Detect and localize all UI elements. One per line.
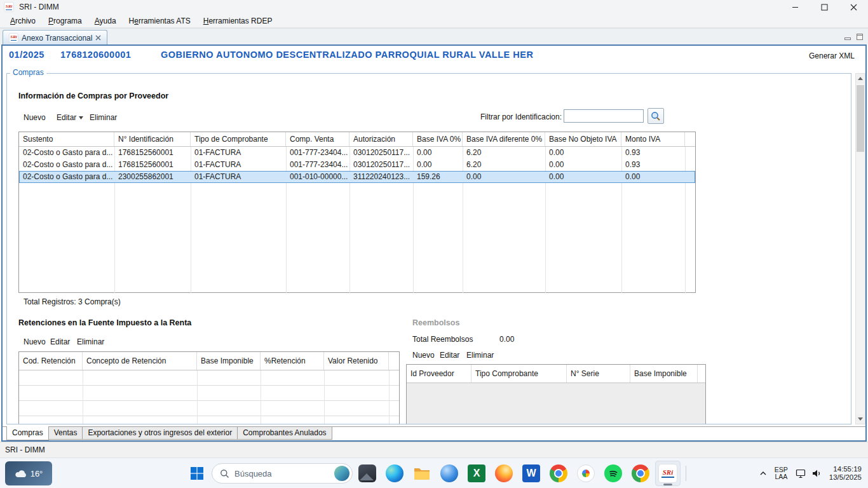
taskbar-center: Búsqueda X W SRi: [184, 461, 689, 486]
taskbar: 16° Búsqueda X W: [0, 458, 868, 488]
spotify-waves-icon: [607, 468, 619, 479]
reembolsos-eliminar-button[interactable]: Eliminar: [466, 351, 494, 360]
quick-settings[interactable]: [796, 468, 822, 478]
table-cell: 6.20: [463, 147, 545, 159]
page-scrollbar[interactable]: [855, 73, 865, 424]
taxpayer-name: GOBIERNO AUTONOMO DESCENTRALIZADO PARROQ…: [161, 50, 533, 60]
search-icon: [220, 469, 229, 478]
bottom-tab-compras[interactable]: Compras: [6, 426, 49, 440]
reembolsos-editar-button[interactable]: Editar: [440, 351, 459, 360]
tab-close-icon[interactable]: [95, 35, 101, 41]
column-header[interactable]: N° Serie: [567, 365, 630, 383]
table-cell: 030120250117...: [349, 159, 413, 171]
scrollbar-thumb[interactable]: [857, 85, 864, 152]
widgets-button[interactable]: 16°: [5, 461, 52, 485]
retenciones-table-body[interactable]: [19, 370, 399, 424]
tab-strip: SRi Anexo Transaccional: [0, 28, 868, 44]
window-icon: SRi: [4, 2, 14, 12]
column-header[interactable]: Cod. Retención: [19, 352, 83, 370]
column-header[interactable]: Valor Retenido: [324, 352, 389, 370]
taskbar-search[interactable]: Búsqueda: [212, 463, 353, 484]
reembolsos-nuevo-button[interactable]: Nuevo: [412, 351, 435, 360]
column-header[interactable]: Base Imponible: [630, 365, 698, 383]
minimize-view-icon[interactable]: [844, 34, 851, 40]
column-header[interactable]: Base IVA diferente 0%: [463, 132, 545, 146]
column-header[interactable]: Base No Objeto IVA: [545, 132, 621, 146]
table-cell: 1768152560001: [114, 159, 191, 171]
view-buttons: [844, 34, 863, 40]
column-header[interactable]: Base IVA 0%: [413, 132, 463, 146]
column-header[interactable]: %Retención: [261, 352, 324, 370]
generar-xml-button[interactable]: Generar XML: [809, 51, 855, 60]
bottom-tab-comprobantes-anulados[interactable]: Comprobantes Anulados: [237, 427, 332, 440]
scroll-down-arrow[interactable]: [856, 414, 865, 424]
column-header[interactable]: Monto IVA: [621, 132, 685, 146]
app-icon-chrome[interactable]: [546, 461, 571, 486]
column-header[interactable]: N° Identificación: [114, 132, 191, 146]
menu-herramientas-rdep[interactable]: Herramientas RDEP: [197, 14, 279, 27]
column-header[interactable]: Comp. Venta: [286, 132, 349, 146]
search-highlight-image: [334, 466, 349, 481]
empty-row: [19, 416, 399, 424]
app-icon-spotify[interactable]: [600, 461, 626, 486]
language-indicator[interactable]: ESP LAA: [775, 466, 788, 480]
app-icon-excel[interactable]: X: [464, 461, 489, 486]
app-icon-edge[interactable]: [382, 461, 407, 486]
weather-temp: 16°: [31, 469, 43, 478]
column-header[interactable]: Id Proveedor: [407, 365, 471, 383]
table-cell: 159.26: [413, 171, 463, 183]
tab-anexo-transaccional[interactable]: SRi Anexo Transaccional: [3, 30, 107, 45]
app-icon-browser[interactable]: [437, 461, 462, 486]
filter-search-button[interactable]: [648, 108, 664, 124]
retenciones-eliminar-button[interactable]: Eliminar: [77, 337, 104, 346]
close-button[interactable]: [839, 0, 868, 14]
compras-eliminar-button[interactable]: Eliminar: [90, 113, 117, 122]
compras-table-body[interactable]: 02-Costo o Gasto para d... 1768152560001…: [19, 147, 695, 293]
app-icon-google[interactable]: [573, 461, 599, 486]
table-cell: 02-Costo o Gasto para d...: [19, 147, 114, 159]
menu-herramientas-ats[interactable]: Herramientas ATS: [123, 14, 197, 27]
taskbar-start-button[interactable]: [184, 461, 210, 486]
bottom-tab-ventas[interactable]: Ventas: [48, 427, 83, 440]
menu-programa[interactable]: Programa: [42, 14, 88, 27]
menu-archivo[interactable]: Archivo: [4, 14, 42, 27]
maximize-button[interactable]: [810, 0, 839, 14]
app-icon-sri-dimm[interactable]: SRi: [655, 461, 681, 486]
bottom-tab-exportaciones[interactable]: Exportaciones y otros ingresos del exter…: [82, 427, 238, 440]
scroll-up-arrow[interactable]: [856, 74, 865, 83]
column-header[interactable]: Autorización: [349, 132, 413, 146]
app-icon-chrome-2[interactable]: [628, 461, 653, 486]
app-icon-file-explorer[interactable]: [409, 461, 435, 486]
compras-nuevo-button[interactable]: Nuevo: [24, 113, 46, 122]
reembolsos-table-header: Id Proveedor Tipo Comprobante N° Serie B…: [407, 365, 705, 383]
table-row-selected[interactable]: 02-Costo o Gasto para d... 2300255862001…: [19, 171, 695, 183]
table-cell: 1768152560001: [114, 147, 191, 159]
retenciones-nuevo-button[interactable]: Nuevo: [24, 337, 46, 346]
retenciones-editar-button[interactable]: Editar: [50, 337, 70, 346]
column-header-filler: [698, 365, 707, 383]
hidden-icons-chevron[interactable]: [759, 471, 767, 476]
compras-group-label: Compras: [10, 68, 46, 77]
minimize-button[interactable]: [780, 0, 810, 14]
column-header[interactable]: Concepto de Retención: [83, 352, 197, 370]
menu-bar: Archivo Programa Ayuda Herramientas ATS …: [0, 14, 868, 28]
maximize-view-icon[interactable]: [857, 34, 863, 40]
folder-icon: [413, 466, 431, 481]
column-header[interactable]: Sustento: [19, 132, 114, 146]
menu-ayuda[interactable]: Ayuda: [88, 14, 123, 27]
clock[interactable]: 14:55:19 13/5/2025: [829, 465, 862, 482]
column-header[interactable]: Base Imponible: [197, 352, 261, 370]
filter-identificacion-input[interactable]: [564, 109, 644, 123]
compras-editar-button[interactable]: Editar: [57, 113, 83, 122]
app-icon-firefox[interactable]: [491, 461, 517, 486]
app-icon-word[interactable]: W: [519, 461, 544, 486]
column-header-filler: [685, 132, 696, 146]
retenciones-title: Retenciones en la Fuente Impuesto a la R…: [18, 318, 191, 327]
reembolsos-table: Id Proveedor Tipo Comprobante N° Serie B…: [406, 364, 706, 424]
column-header[interactable]: Tipo Comprobante: [471, 365, 567, 383]
table-row[interactable]: 02-Costo o Gasto para d... 1768152560001…: [19, 159, 695, 171]
table-row[interactable]: 02-Costo o Gasto para d... 1768152560001…: [19, 147, 695, 159]
app-icon-photos[interactable]: [355, 461, 380, 486]
retenciones-table-header: Cod. Retención Concepto de Retención Bas…: [19, 352, 399, 370]
column-header[interactable]: Tipo de Comprobante: [191, 132, 286, 146]
